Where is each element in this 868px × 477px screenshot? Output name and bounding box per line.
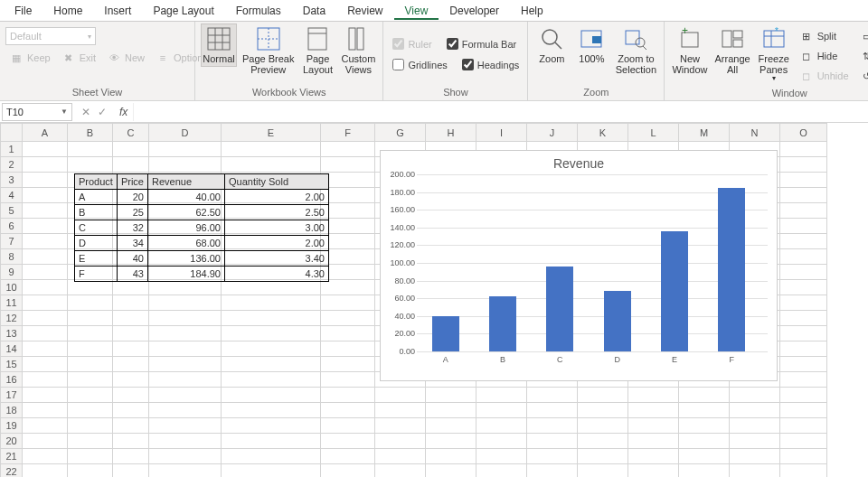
cell-B22[interactable]	[68, 464, 113, 478]
cell-A8[interactable]	[23, 249, 68, 265]
cell-F19[interactable]	[321, 418, 375, 434]
cell-O19[interactable]	[780, 418, 827, 434]
new-window-button[interactable]: + New Window	[670, 23, 709, 78]
cell-A5[interactable]	[23, 203, 68, 219]
table-cell[interactable]: 40	[117, 251, 147, 267]
arrange-all-button[interactable]: Arrange All	[713, 23, 752, 78]
cell-E22[interactable]	[222, 464, 321, 478]
new-view-button[interactable]: 👁New	[103, 49, 148, 67]
cell-F15[interactable]	[321, 357, 375, 372]
cell-H18[interactable]	[426, 403, 476, 418]
cell-E14[interactable]	[222, 341, 321, 357]
hide-button[interactable]: ◻Hide	[796, 47, 853, 65]
cell-K20[interactable]	[578, 434, 628, 449]
custom-views-button[interactable]: Custom Views	[339, 23, 377, 78]
cell-E19[interactable]	[222, 418, 321, 434]
col-header-A[interactable]: A	[23, 124, 68, 142]
cell-N22[interactable]	[730, 464, 780, 478]
cell-M19[interactable]	[679, 418, 730, 434]
sheet-view-style-dropdown[interactable]: Default ▾	[5, 27, 96, 45]
cell-O8[interactable]	[780, 249, 827, 265]
cell-D20[interactable]	[149, 434, 222, 449]
cell-O7[interactable]	[780, 234, 827, 249]
cell-L19[interactable]	[628, 418, 679, 434]
col-header-F[interactable]: F	[321, 124, 375, 142]
cell-J20[interactable]	[527, 434, 578, 449]
row-header-7[interactable]: 7	[1, 234, 23, 249]
cell-C21[interactable]	[113, 449, 149, 464]
cell-C11[interactable]	[113, 295, 149, 311]
col-header-M[interactable]: M	[679, 124, 730, 142]
menu-home[interactable]: Home	[42, 2, 93, 20]
cell-O9[interactable]	[780, 265, 827, 280]
menu-view[interactable]: View	[394, 2, 439, 20]
cell-G22[interactable]	[375, 464, 426, 478]
cell-H17[interactable]	[426, 388, 476, 403]
cell-M20[interactable]	[679, 434, 730, 449]
row-header-4[interactable]: 4	[1, 188, 23, 203]
menu-insert[interactable]: Insert	[93, 2, 142, 20]
cell-E10[interactable]	[222, 280, 321, 295]
cell-F16[interactable]	[321, 372, 375, 388]
cell-B20[interactable]	[68, 434, 113, 449]
cell-O2[interactable]	[780, 157, 827, 173]
page-break-preview-button[interactable]: Page Break Preview	[241, 23, 296, 78]
cell-M18[interactable]	[679, 403, 730, 418]
chart-bar-D[interactable]	[604, 291, 631, 351]
cell-A15[interactable]	[23, 357, 68, 372]
cell-N19[interactable]	[730, 418, 780, 434]
cell-O11[interactable]	[780, 295, 827, 311]
cell-A4[interactable]	[23, 188, 68, 203]
cell-B13[interactable]	[68, 326, 113, 341]
cell-B18[interactable]	[68, 403, 113, 418]
select-all-corner[interactable]	[1, 124, 23, 142]
row-header-9[interactable]: 9	[1, 265, 23, 280]
zoom-button[interactable]: Zoom	[533, 23, 570, 67]
row-header-22[interactable]: 22	[1, 464, 23, 478]
cell-D2[interactable]	[149, 157, 222, 173]
cell-O4[interactable]	[780, 188, 827, 203]
zoom-selection-button[interactable]: Zoom to Selection	[613, 23, 658, 78]
cell-G18[interactable]	[375, 403, 426, 418]
row-header-8[interactable]: 8	[1, 249, 23, 265]
cell-I19[interactable]	[476, 418, 527, 434]
cell-C2[interactable]	[113, 157, 149, 173]
cell-F18[interactable]	[321, 403, 375, 418]
cell-A9[interactable]	[23, 265, 68, 280]
cell-C19[interactable]	[113, 418, 149, 434]
cell-C1[interactable]	[113, 142, 149, 157]
col-header-H[interactable]: H	[426, 124, 476, 142]
cell-O22[interactable]	[780, 464, 827, 478]
cell-A6[interactable]	[23, 219, 68, 234]
chart-bar-F[interactable]	[718, 188, 745, 351]
cell-N18[interactable]	[730, 403, 780, 418]
cell-J22[interactable]	[527, 464, 578, 478]
col-header-I[interactable]: I	[476, 124, 527, 142]
col-header-G[interactable]: G	[375, 124, 426, 142]
row-header-20[interactable]: 20	[1, 434, 23, 449]
cell-N21[interactable]	[730, 449, 780, 464]
cell-G19[interactable]	[375, 418, 426, 434]
cell-B15[interactable]	[68, 357, 113, 372]
cell-N20[interactable]	[730, 434, 780, 449]
cell-A20[interactable]	[23, 434, 68, 449]
fx-icon[interactable]: fx	[114, 106, 133, 118]
row-header-10[interactable]: 10	[1, 280, 23, 295]
cell-L20[interactable]	[628, 434, 679, 449]
menu-data[interactable]: Data	[292, 2, 336, 20]
cell-I21[interactable]	[476, 449, 527, 464]
col-header-E[interactable]: E	[222, 124, 321, 142]
cell-F2[interactable]	[321, 157, 375, 173]
cell-E20[interactable]	[222, 434, 321, 449]
cell-O10[interactable]	[780, 280, 827, 295]
row-header-5[interactable]: 5	[1, 203, 23, 219]
cell-D19[interactable]	[149, 418, 222, 434]
cell-H19[interactable]	[426, 418, 476, 434]
table-cell[interactable]: C	[75, 220, 118, 236]
cell-B14[interactable]	[68, 341, 113, 357]
cell-F20[interactable]	[321, 434, 375, 449]
cell-O12[interactable]	[780, 311, 827, 326]
row-header-13[interactable]: 13	[1, 326, 23, 341]
cell-F13[interactable]	[321, 326, 375, 341]
cell-O5[interactable]	[780, 203, 827, 219]
